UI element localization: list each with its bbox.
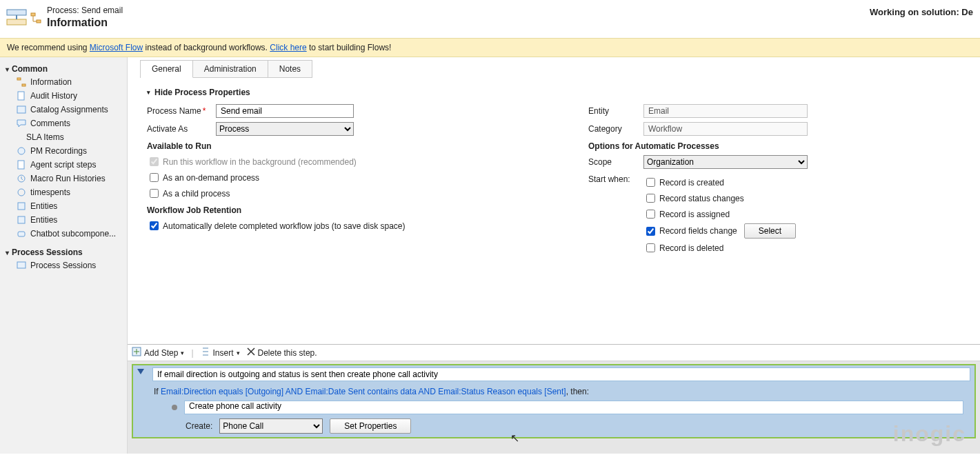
svg-rect-12 xyxy=(18,203,25,210)
sidebar-item-label: Entities xyxy=(30,201,57,211)
inner-step-title-input[interactable] xyxy=(185,401,963,411)
svg-rect-13 xyxy=(18,216,25,223)
sidebar-item-catalog[interactable]: Catalog Assignments xyxy=(0,103,127,117)
svg-rect-1 xyxy=(7,19,26,25)
category-field xyxy=(643,122,808,136)
click-here-link[interactable]: Click here xyxy=(270,43,306,52)
svg-point-11 xyxy=(18,189,25,196)
ms-flow-link[interactable]: Microsoft Flow xyxy=(90,43,143,52)
sidebar-item-label: Entities xyxy=(30,215,57,225)
collapse-triangle-icon[interactable] xyxy=(137,369,144,374)
record-created-checkbox[interactable] xyxy=(646,178,655,187)
process-name-input[interactable] xyxy=(216,104,354,118)
svg-rect-9 xyxy=(18,161,24,169)
record-deleted-label: Record is deleted xyxy=(659,243,723,253)
script-icon xyxy=(17,160,26,170)
sidebar-item-pm-recordings[interactable]: PM Recordings xyxy=(0,144,127,158)
select-button[interactable]: Select xyxy=(744,223,796,239)
record-status-label: Record status changes xyxy=(659,194,744,203)
sidebar-item-process-sessions[interactable]: Process Sessions xyxy=(0,259,127,272)
svg-rect-4 xyxy=(17,78,21,80)
banner-text-mid: instead of background workflows. xyxy=(143,43,270,52)
record-assigned-label: Record is assigned xyxy=(659,210,730,219)
tab-general[interactable]: General xyxy=(141,61,193,78)
activate-as-select[interactable]: Process xyxy=(216,122,354,136)
add-step-icon xyxy=(132,347,141,358)
sidebar-item-label: Information xyxy=(30,77,72,87)
entity-label: Entity xyxy=(588,106,643,116)
record-fields-checkbox[interactable] xyxy=(646,227,655,236)
tab-notes[interactable]: Notes xyxy=(268,61,312,77)
svg-rect-15 xyxy=(17,262,26,268)
if-label: If xyxy=(154,387,161,396)
sidebar-item-audit-history[interactable]: Audit History xyxy=(0,89,127,103)
page-title: Information xyxy=(47,17,123,29)
step-title-row xyxy=(152,367,970,381)
workflow-step-block[interactable]: If Email:Direction equals [Outgoing] AND… xyxy=(132,364,976,438)
tab-administration[interactable]: Administration xyxy=(193,61,268,77)
cursor-icon: ↖ xyxy=(510,432,519,445)
step-title-input[interactable] xyxy=(153,370,970,379)
record-assigned-checkbox[interactable] xyxy=(646,210,655,219)
sidebar-item-entities-2[interactable]: Entities xyxy=(0,213,127,227)
add-step-button[interactable]: Add Step ▾ xyxy=(132,347,184,358)
insert-button[interactable]: Insert ▾ xyxy=(201,347,240,358)
svg-rect-7 xyxy=(17,106,26,113)
record-status-checkbox[interactable] xyxy=(646,194,655,203)
process-name-label: Process Name* xyxy=(147,106,216,116)
delete-step-button[interactable]: Delete this step. xyxy=(247,347,317,358)
svg-rect-2 xyxy=(31,13,35,16)
run-background-checkbox[interactable] xyxy=(150,157,159,166)
sidebar-item-chatbot[interactable]: Chatbot subcompone... xyxy=(0,227,127,241)
sidebar-item-agent-scripts[interactable]: Agent script steps xyxy=(0,158,127,172)
record-deleted-checkbox[interactable] xyxy=(646,243,655,252)
sidebar-item-label: Macro Run Histories xyxy=(30,174,106,183)
comment-icon xyxy=(17,119,26,128)
start-when-label: Start when: xyxy=(588,173,643,184)
time-icon xyxy=(17,188,26,197)
sidebar-item-timespents[interactable]: timespents xyxy=(0,185,127,199)
svg-rect-5 xyxy=(22,84,26,86)
activate-as-label: Activate As xyxy=(147,124,216,134)
create-entity-select[interactable]: Phone Call xyxy=(219,418,323,434)
sidebar-group-sessions[interactable]: Process Sessions xyxy=(0,246,127,259)
banner-text-post: to start building Flows! xyxy=(307,43,392,52)
workflow-icon xyxy=(17,77,26,87)
set-properties-button[interactable]: Set Properties xyxy=(330,418,411,434)
bot-icon xyxy=(17,229,26,239)
sidebar-item-sla[interactable]: SLA Items xyxy=(0,130,127,144)
sessions-icon xyxy=(17,261,26,270)
sidebar-item-label: Process Sessions xyxy=(30,261,96,270)
history-icon xyxy=(17,174,26,183)
auto-delete-checkbox[interactable] xyxy=(150,221,159,230)
delete-icon xyxy=(247,347,255,358)
sidebar-item-macro-histories[interactable]: Macro Run Histories xyxy=(0,172,127,185)
sidebar-item-label: SLA Items xyxy=(26,132,64,142)
sidebar-item-comments[interactable]: Comments xyxy=(0,117,127,130)
scope-select[interactable]: Organization xyxy=(643,155,808,169)
sidebar-item-entities-1[interactable]: Entities xyxy=(0,199,127,213)
child-process-checkbox[interactable] xyxy=(150,189,159,198)
banner-text-pre: We recommend using xyxy=(7,43,90,52)
workflow-icon-small xyxy=(30,12,41,26)
scope-label: Scope xyxy=(588,157,643,167)
condition-link[interactable]: Email:Direction equals [Outgoing] AND Em… xyxy=(161,387,566,396)
sidebar-item-label: Catalog Assignments xyxy=(30,105,108,114)
sidebar-item-information[interactable]: Information xyxy=(0,75,127,89)
on-demand-checkbox[interactable] xyxy=(150,173,159,182)
sidebar-item-label: timespents xyxy=(30,188,70,197)
sidebar-item-label: Agent script steps xyxy=(30,160,96,170)
sidebar-group-common[interactable]: Common xyxy=(0,63,127,75)
recommendation-banner: We recommend using Microsoft Flow instea… xyxy=(0,38,980,57)
svg-point-8 xyxy=(18,148,25,154)
entity-field xyxy=(643,104,808,118)
solution-label: Working on solution: De xyxy=(870,3,974,17)
tabs: General Administration Notes xyxy=(140,60,312,78)
sidebar-item-label: Audit History xyxy=(30,91,77,101)
svg-rect-0 xyxy=(7,10,26,15)
bullet-icon xyxy=(172,405,177,410)
section-header[interactable]: Hide Process Properties xyxy=(147,88,980,97)
process-type-label: Process: Send email xyxy=(47,6,123,15)
retention-header: Workflow Job Retention xyxy=(147,205,574,215)
child-process-label: As a child process xyxy=(163,189,230,199)
